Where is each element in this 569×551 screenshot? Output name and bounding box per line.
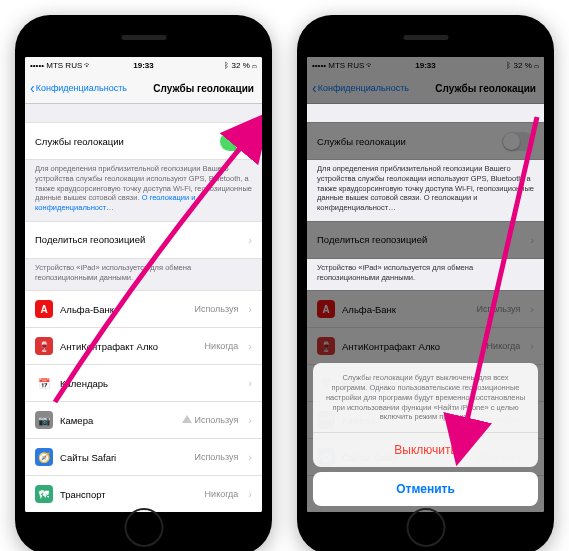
app-status: Никогда bbox=[205, 489, 239, 499]
app-status: Никогда bbox=[487, 341, 521, 351]
share-footer: Устройство «iPad» используется для обмен… bbox=[25, 259, 262, 291]
app-name: АнтиКонтрафакт Алко bbox=[60, 341, 198, 352]
toggle-on[interactable] bbox=[220, 132, 252, 151]
status-right: ᛒ 32 % ▭ bbox=[224, 61, 257, 70]
app-name: Альфа-Банк bbox=[342, 304, 469, 315]
app-status: Используя bbox=[476, 304, 520, 314]
app-name: Транспорт bbox=[60, 489, 198, 500]
app-status: Используя bbox=[194, 452, 238, 462]
app-cell[interactable]: 🗺ТранспортНикогда› bbox=[25, 476, 262, 512]
app-icon: 🍷 bbox=[35, 337, 53, 355]
chevron-right-icon: › bbox=[248, 377, 252, 389]
chevron-left-icon: ‹ bbox=[30, 80, 35, 96]
chevron-right-icon: › bbox=[248, 234, 252, 246]
chevron-right-icon: › bbox=[248, 303, 252, 315]
app-cell[interactable]: 📅Календарь› bbox=[25, 365, 262, 402]
sheet-message: Службы геолокации будут выключены для вс… bbox=[313, 363, 538, 433]
app-icon: 🍷 bbox=[317, 337, 335, 355]
app-icon: А bbox=[35, 300, 53, 318]
back-label: Конфиденциальность bbox=[36, 83, 127, 93]
footer-text: Для определения приблизительной геопозиц… bbox=[25, 160, 262, 221]
status-right: ᛒ 32 % ▭ bbox=[506, 61, 539, 70]
about-location-link: О геолокации и конфиденциальност… bbox=[317, 193, 478, 212]
chevron-right-icon: › bbox=[248, 488, 252, 500]
app-name: Сайты Safari bbox=[60, 452, 187, 463]
cell-label: Поделиться геопозицией bbox=[35, 234, 238, 245]
status-left: ••••• MTS RUS ᯤ bbox=[30, 61, 92, 70]
app-cell[interactable]: 🧭Сайты SafariИспользуя› bbox=[25, 439, 262, 476]
chevron-right-icon: › bbox=[530, 340, 534, 352]
cancel-button[interactable]: Отменить bbox=[313, 472, 538, 506]
screen: ••••• MTS RUS ᯤ 19:33 ᛒ 32 % ▭ ‹ Конфиде… bbox=[25, 57, 262, 512]
app-icon: А bbox=[317, 300, 335, 318]
share-footer: Устройство «iPad» используется для обмен… bbox=[307, 259, 544, 291]
location-arrow-icon bbox=[182, 415, 192, 423]
back-button[interactable]: ‹ Конфиденциальность bbox=[312, 80, 409, 96]
chevron-right-icon: › bbox=[248, 340, 252, 352]
app-icon: 📅 bbox=[35, 374, 53, 392]
app-icon: 🧭 bbox=[35, 448, 53, 466]
app-name: АнтиКонтрафакт Алко bbox=[342, 341, 480, 352]
status-bar: ••••• MTS RUS ᯤ 19:33 ᛒ 32 % ▭ bbox=[25, 57, 262, 73]
status-left: ••••• MTS RUS ᯤ bbox=[312, 61, 374, 70]
nav-bar: ‹ Конфиденциальность Службы геолокации bbox=[25, 73, 262, 104]
app-cell[interactable]: 📷КамераИспользуя› bbox=[25, 402, 262, 439]
app-status: Используя bbox=[182, 415, 238, 425]
turn-off-button[interactable]: Выключить bbox=[313, 433, 538, 467]
cell-label: Службы геолокации bbox=[317, 136, 495, 147]
chevron-right-icon: › bbox=[248, 451, 252, 463]
chevron-right-icon: › bbox=[530, 234, 534, 246]
app-status: Используя bbox=[194, 304, 238, 314]
share-location-cell[interactable]: Поделиться геопозицией › bbox=[25, 221, 262, 259]
phone-left: ••••• MTS RUS ᯤ 19:33 ᛒ 32 % ▭ ‹ Конфиде… bbox=[15, 15, 272, 551]
chevron-left-icon: ‹ bbox=[312, 80, 317, 96]
nav-title: Службы геолокации bbox=[153, 83, 254, 94]
phone-right: ••••• MTS RUS ᯤ 19:33 ᛒ 32 % ▭ ‹ Конфиде… bbox=[297, 15, 554, 551]
location-services-toggle-cell: Службы геолокации bbox=[307, 122, 544, 160]
back-button[interactable]: ‹ Конфиденциальность bbox=[30, 80, 127, 96]
footer-text: Для определения приблизительной геопозиц… bbox=[307, 160, 544, 221]
app-cell[interactable]: 🍷АнтиКонтрафакт АлкоНикогда› bbox=[25, 328, 262, 365]
app-cell: ААльфа-БанкИспользуя› bbox=[307, 290, 544, 328]
nav-bar: ‹ Конфиденциальность Службы геолокации bbox=[307, 73, 544, 104]
location-services-toggle-cell[interactable]: Службы геолокации bbox=[25, 122, 262, 160]
app-status: Никогда bbox=[205, 341, 239, 351]
app-cell: 🍷АнтиКонтрафакт АлкоНикогда› bbox=[307, 328, 544, 365]
chevron-right-icon: › bbox=[248, 414, 252, 426]
app-icon: 🗺 bbox=[35, 485, 53, 503]
action-sheet: Службы геолокации будут выключены для вс… bbox=[313, 363, 538, 506]
app-name: Альфа-Банк bbox=[60, 304, 187, 315]
status-bar: ••••• MTS RUS ᯤ 19:33 ᛒ 32 % ▭ bbox=[307, 57, 544, 73]
app-icon: 📷 bbox=[35, 411, 53, 429]
share-location-cell: Поделиться геопозицией › bbox=[307, 221, 544, 259]
status-time: 19:33 bbox=[415, 61, 435, 70]
toggle-off bbox=[502, 132, 534, 151]
back-label: Конфиденциальность bbox=[318, 83, 409, 93]
chevron-right-icon: › bbox=[530, 303, 534, 315]
app-name: Календарь bbox=[60, 378, 231, 389]
cell-label: Службы геолокации bbox=[35, 136, 213, 147]
app-cell[interactable]: ААльфа-БанкИспользуя› bbox=[25, 290, 262, 328]
nav-title: Службы геолокации bbox=[435, 83, 536, 94]
screen: ••••• MTS RUS ᯤ 19:33 ᛒ 32 % ▭ ‹ Конфиде… bbox=[307, 57, 544, 512]
settings-list[interactable]: Службы геолокации Для определения прибли… bbox=[25, 104, 262, 512]
app-name: Камера bbox=[60, 415, 175, 426]
status-time: 19:33 bbox=[133, 61, 153, 70]
cell-label: Поделиться геопозицией bbox=[317, 234, 520, 245]
